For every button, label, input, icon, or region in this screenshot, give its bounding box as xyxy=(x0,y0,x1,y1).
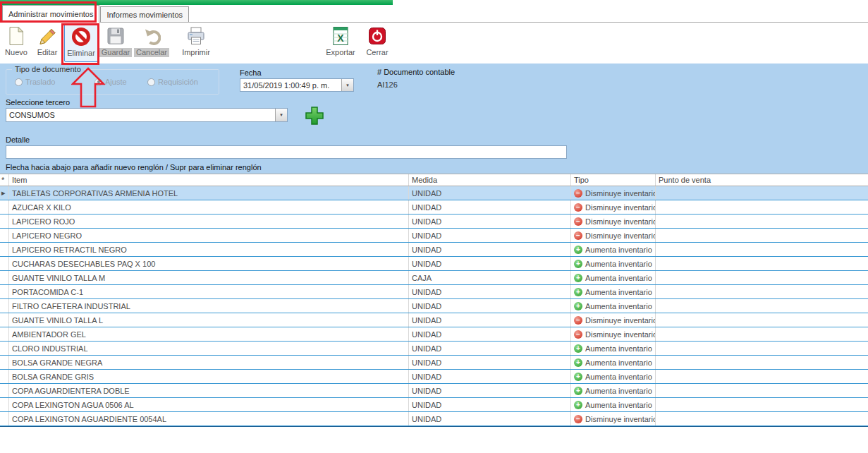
grid-row[interactable]: GUANTE VINILO TALLA L UNIDAD − Disminuye… xyxy=(0,313,868,327)
grid-corner: * xyxy=(0,174,9,186)
guardar-button[interactable]: Guardar xyxy=(99,24,133,62)
grid-row[interactable]: COPA AGUARDIENTERA DOBLE UNIDAD + Aument… xyxy=(0,384,868,398)
cell-tipo-label: Disminuye inventario xyxy=(585,189,656,198)
tab-label: Informes movimientos xyxy=(106,11,183,19)
cell-tipo: + Aumenta inventario xyxy=(571,257,656,270)
tercero-combobox[interactable]: CONSUMOS ▼ xyxy=(6,108,288,122)
nuevo-button[interactable]: Nuevo xyxy=(1,24,31,62)
documento-contable-value: AI126 xyxy=(377,80,398,89)
cell-medida: UNIDAD xyxy=(409,384,571,397)
cell-tipo: + Aumenta inventario xyxy=(571,243,656,256)
grid-row[interactable]: LAPICERO NEGRO UNIDAD − Disminuye invent… xyxy=(0,229,868,243)
grid-row[interactable]: GUANTE VINILO TALLA M CAJA + Aumenta inv… xyxy=(0,271,868,285)
cell-punto-de-venta xyxy=(656,370,868,383)
power-close-icon xyxy=(367,25,388,47)
cell-punto-de-venta xyxy=(656,356,868,369)
tab-label: Administrar movimientos xyxy=(8,10,93,18)
cell-punto-de-venta xyxy=(656,313,868,327)
cell-item: AZUCAR X KILO xyxy=(9,200,409,214)
radio-requisicion[interactable]: Requisición xyxy=(147,78,198,86)
add-tercero-button[interactable] xyxy=(303,105,326,128)
grid-row[interactable]: FILTRO CAFETERA INDUSTRIAL UNIDAD + Aume… xyxy=(0,299,868,313)
cell-punto-de-venta xyxy=(656,186,868,200)
decrease-inventory-icon: − xyxy=(574,203,582,212)
editar-button[interactable]: Editar xyxy=(32,24,63,62)
cell-item: CLORO INDUSTRIAL xyxy=(9,342,409,355)
cell-tipo-label: Aumenta inventario xyxy=(585,358,652,367)
grid-row[interactable]: CLORO INDUSTRIAL UNIDAD + Aumenta invent… xyxy=(0,342,868,356)
row-indicator xyxy=(0,299,9,313)
imprimir-button[interactable]: Imprimir xyxy=(178,24,214,62)
tab-informes-movimientos[interactable]: Informes movimientos xyxy=(100,6,189,22)
fecha-input[interactable] xyxy=(240,79,341,91)
grid-row[interactable]: CUCHARAS DESECHABLES PAQ X 100 UNIDAD + … xyxy=(0,257,868,271)
detalle-input[interactable] xyxy=(6,145,567,159)
button-label: Exportar xyxy=(326,48,355,57)
radio-circle-icon xyxy=(15,78,23,86)
tercero-label: Seleccione tercero xyxy=(6,98,70,107)
cancelar-button[interactable]: Cancelar xyxy=(133,24,170,62)
row-indicator xyxy=(0,370,9,383)
row-indicator xyxy=(0,398,9,411)
increase-inventory-icon: + xyxy=(574,260,582,268)
exportar-button[interactable]: X Exportar xyxy=(323,24,358,62)
grid-row[interactable]: LAPICERO ROJO UNIDAD − Disminuye inventa… xyxy=(0,215,868,229)
increase-inventory-icon: + xyxy=(574,358,582,367)
cell-medida: UNIDAD xyxy=(409,356,571,369)
cell-tipo-label: Aumenta inventario xyxy=(585,260,652,268)
decrease-inventory-icon: − xyxy=(574,330,582,339)
grid-row[interactable]: ▸ TABLETAS CORPORATIVAS ARMENIA HOTEL UN… xyxy=(0,186,868,200)
tercero-dropdown-button[interactable]: ▼ xyxy=(275,109,287,121)
grid-row[interactable]: BOLSA GRANDE NEGRA UNIDAD + Aumenta inve… xyxy=(0,356,868,370)
col-header-punto-de-venta[interactable]: Punto de venta xyxy=(656,174,868,186)
cell-tipo: − Disminuye inventario xyxy=(571,327,656,341)
cell-medida: UNIDAD xyxy=(409,412,571,425)
grid-row[interactable]: COPA LEXINGTON AGUA 0506 AL UNIDAD + Aum… xyxy=(0,398,868,412)
cerrar-button[interactable]: Cerrar xyxy=(361,24,393,62)
row-indicator xyxy=(0,313,9,327)
cell-medida: UNIDAD xyxy=(409,327,571,341)
svg-text:X: X xyxy=(337,32,344,44)
cell-medida: UNIDAD xyxy=(409,257,571,270)
tab-administrar-movimientos[interactable]: Administrar movimientos xyxy=(2,5,99,23)
col-header-tipo[interactable]: Tipo xyxy=(571,174,656,186)
row-indicator xyxy=(0,215,9,228)
increase-inventory-icon: + xyxy=(574,387,582,395)
cell-tipo-label: Aumenta inventario xyxy=(585,302,652,310)
cell-medida: CAJA xyxy=(409,271,571,284)
cell-medida: UNIDAD xyxy=(409,313,571,327)
cell-tipo-label: Disminuye inventario xyxy=(585,316,656,325)
fecha-dropdown-button[interactable]: ▼ xyxy=(341,79,353,91)
cell-punto-de-venta xyxy=(656,229,868,242)
cell-medida: UNIDAD xyxy=(409,243,571,256)
cell-tipo: − Disminuye inventario xyxy=(571,313,656,327)
grid-row[interactable]: AZUCAR X KILO UNIDAD − Disminuye inventa… xyxy=(0,200,868,215)
cell-punto-de-venta xyxy=(656,285,868,298)
undo-arrow-icon xyxy=(141,25,162,47)
radio-ajuste[interactable]: Ajuste xyxy=(94,78,127,86)
cell-tipo-label: Aumenta inventario xyxy=(585,344,652,353)
grid-row[interactable]: LAPICERO RETRACTIL NEGRO UNIDAD + Aument… xyxy=(0,243,868,257)
window-titlebar xyxy=(0,0,393,5)
grid-row[interactable]: BOLSA GRANDE GRIS UNIDAD + Aumenta inven… xyxy=(0,370,868,384)
tab-bar: Administrar movimientos Informes movimie… xyxy=(0,5,868,23)
col-header-item[interactable]: Item xyxy=(9,174,409,186)
grid-row[interactable]: COPA LEXINGTON AGUARDIENTE 0054AL UNIDAD… xyxy=(0,412,868,426)
documento-contable-label: # Documento contable xyxy=(377,68,455,76)
cell-medida: UNIDAD xyxy=(409,215,571,228)
radio-traslado[interactable]: Traslado xyxy=(15,78,55,86)
cell-item: BOLSA GRANDE GRIS xyxy=(9,370,409,383)
row-indicator xyxy=(0,327,9,341)
col-header-medida[interactable]: Medida xyxy=(409,174,571,186)
cell-tipo: − Disminuye inventario xyxy=(571,186,656,200)
decrease-inventory-icon: − xyxy=(574,189,582,198)
fecha-picker[interactable]: ▼ xyxy=(240,78,354,92)
grid-row[interactable]: PORTACOMIDA C-1 UNIDAD + Aumenta inventa… xyxy=(0,285,868,299)
radio-label: Requisición xyxy=(158,78,198,86)
button-label: Editar xyxy=(37,48,58,57)
decrease-inventory-icon: − xyxy=(574,316,582,325)
eliminar-button[interactable]: Eliminar xyxy=(64,24,98,62)
cell-item: LAPICERO RETRACTIL NEGRO xyxy=(9,243,409,256)
cell-item: COPA LEXINGTON AGUARDIENTE 0054AL xyxy=(9,412,409,425)
grid-row[interactable]: AMBIENTADOR GEL UNIDAD − Disminuye inven… xyxy=(0,327,868,342)
